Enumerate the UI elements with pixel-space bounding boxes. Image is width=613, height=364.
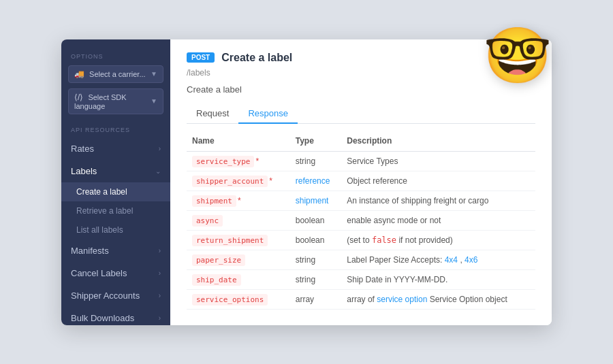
table-row: async boolean enable async mode or not [187, 210, 535, 230]
sdk-dropdown[interactable]: ⟨/⟩ Select SDK language ▼ [68, 88, 163, 114]
param-name: shipper_account [192, 176, 268, 187]
options-label: OPTIONS [61, 48, 170, 63]
table-row: paper_size string Label Paper Size Accep… [187, 250, 535, 269]
sidebar-item-cancel-labels[interactable]: Cancel Labels › [61, 262, 170, 284]
col-name: Name [187, 133, 290, 152]
param-type: string [296, 156, 315, 166]
cancel-labels-label: Cancel Labels [71, 268, 127, 278]
sidebar: OPTIONS 🚚 Select a carrier... ▼ ⟨/⟩ Sele… [61, 39, 170, 325]
param-desc: Service Types [347, 156, 398, 166]
carrier-dropdown[interactable]: 🚚 Select a carrier... ▼ [68, 65, 163, 83]
param-desc-highlight: false [372, 235, 396, 245]
chevron-down-icon-labels: ⌄ [155, 167, 161, 175]
main-card: OPTIONS 🚚 Select a carrier... ▼ ⟨/⟩ Sele… [61, 39, 552, 325]
chevron-right-icon-bulk: › [159, 314, 161, 322]
shipper-accounts-label: Shipper Accounts [71, 291, 140, 301]
sidebar-item-shipper-accounts[interactable]: Shipper Accounts › [61, 284, 170, 307]
tab-response[interactable]: Response [238, 104, 298, 124]
param-name: ship_date [192, 274, 241, 286]
param-type: string [296, 255, 315, 265]
param-desc-after: Service Option object [430, 295, 507, 304]
param-desc: An instance of shipping freight or cargo [347, 196, 488, 205]
code-icon: ⟨/⟩ [74, 93, 83, 102]
page-wrapper: OPTIONS 🚚 Select a carrier... ▼ ⟨/⟩ Sele… [0, 0, 613, 364]
sidebar-item-labels[interactable]: Labels ⌄ [61, 160, 170, 182]
param-desc-before: (set to [347, 235, 372, 245]
param-type-link[interactable]: shipment [296, 196, 329, 205]
rates-label: Rates [71, 144, 94, 154]
sidebar-item-manifests[interactable]: Manifests › [61, 239, 170, 262]
params-tbody: service_type* string Service Types shipp… [187, 151, 535, 309]
table-row: service_type* string Service Types [187, 151, 535, 171]
param-desc-after: if not provided) [398, 235, 452, 245]
param-type: boolean [296, 216, 325, 225]
param-desc: enable async mode or not [347, 216, 441, 225]
chevron-right-icon: › [159, 145, 161, 152]
tab-request[interactable]: Request [187, 104, 238, 124]
carrier-dropdown-label: Select a carrier... [89, 70, 146, 78]
col-type: Type [290, 133, 342, 152]
bulk-downloads-label: Bulk Downloads [71, 313, 134, 323]
param-type-link[interactable]: reference [296, 176, 330, 186]
labels-label: Labels [71, 166, 97, 176]
tabs: Request Response [187, 104, 535, 124]
col-description: Description [341, 133, 535, 152]
param-type: array [296, 295, 314, 304]
chevron-down-icon: ▼ [151, 70, 157, 78]
param-desc-before: Label Paper Size Accepts: [347, 255, 444, 265]
param-desc: Object reference [347, 176, 407, 186]
table-row: shipment* shipment An instance of shippi… [187, 191, 535, 210]
table-row: shipper_account* reference Object refere… [187, 171, 535, 191]
sidebar-item-bulk-downloads[interactable]: Bulk Downloads › [61, 307, 170, 325]
param-desc-link2: 4x6 [465, 255, 477, 265]
param-desc-before: array of [347, 295, 377, 304]
param-desc-link[interactable]: service option [377, 295, 427, 304]
manifests-label: Manifests [71, 246, 109, 256]
param-name: service_type [192, 156, 254, 167]
chevron-down-icon-sdk: ▼ [151, 97, 157, 105]
chevron-right-icon-cancel: › [159, 269, 161, 277]
param-name: shipment [192, 195, 236, 207]
table-row: ship_date string Ship Date in YYYY-MM-DD… [187, 269, 535, 289]
sidebar-sub-retrieve-label[interactable]: Retrieve a label [61, 201, 170, 220]
endpoint-title: Create a label [221, 52, 292, 64]
param-name: async [192, 215, 223, 227]
param-type: boolean [296, 235, 325, 245]
sidebar-sub-create-label[interactable]: Create a label [61, 182, 170, 201]
param-desc: Ship Date in YYYY-MM-DD. [347, 275, 447, 284]
api-resources-label: API RESOURCES [61, 117, 170, 137]
param-desc-link1: 4x4 [445, 255, 458, 265]
sidebar-sub-list-labels[interactable]: List all labels [61, 220, 170, 239]
chevron-right-icon-shipper: › [159, 292, 161, 299]
table-row: service_options array array of service o… [187, 289, 535, 309]
sidebar-item-rates[interactable]: Rates › [61, 137, 170, 160]
post-badge: POST [187, 52, 215, 63]
params-table: Name Type Description service_type* stri… [187, 133, 535, 310]
table-row: return_shipment boolean (set to false if… [187, 230, 535, 250]
param-name: paper_size [192, 254, 245, 266]
truck-icon: 🚚 [74, 69, 84, 79]
param-name: return_shipment [192, 235, 268, 246]
param-name: service_options [192, 294, 268, 305]
emoji-decoration: 🤓 [484, 29, 552, 97]
param-type: string [296, 275, 315, 284]
chevron-right-icon-manifests: › [159, 247, 161, 254]
